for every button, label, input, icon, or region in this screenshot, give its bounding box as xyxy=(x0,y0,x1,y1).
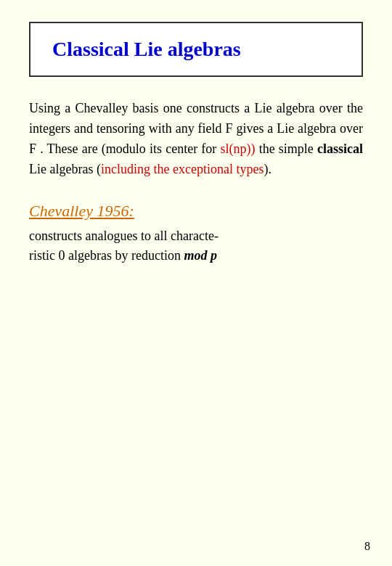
page-number: 8 xyxy=(364,540,370,553)
chevalley-heading: Chevalley 1956: xyxy=(29,202,363,221)
mod-p-text: mod p xyxy=(184,248,217,263)
chevalley-text-line1: constructs analogues to all characte- xyxy=(29,229,219,243)
title-box: Classical Lie algebras xyxy=(29,22,363,77)
red-text-sl: sl(np)) xyxy=(220,142,255,156)
main-text-after-bold: Lie algebras ( xyxy=(29,162,101,176)
red-text-including: including the exceptional types xyxy=(101,162,264,176)
main-paragraph: Using a Chevalley basis one constructs a… xyxy=(29,99,363,180)
page-container: Classical Lie algebras Using a Chevalley… xyxy=(0,0,392,566)
main-text-between: the simple xyxy=(255,142,317,156)
bold-classical: classical xyxy=(317,142,363,156)
page-title: Classical Lie algebras xyxy=(52,38,340,61)
chevalley-section: Chevalley 1956: constructs analogues to … xyxy=(29,202,363,267)
chevalley-text-line2: ristic 0 algebras by reduction xyxy=(29,248,184,263)
main-text-end: ). xyxy=(264,162,271,176)
chevalley-paragraph: constructs analogues to all characte- ri… xyxy=(29,226,363,267)
